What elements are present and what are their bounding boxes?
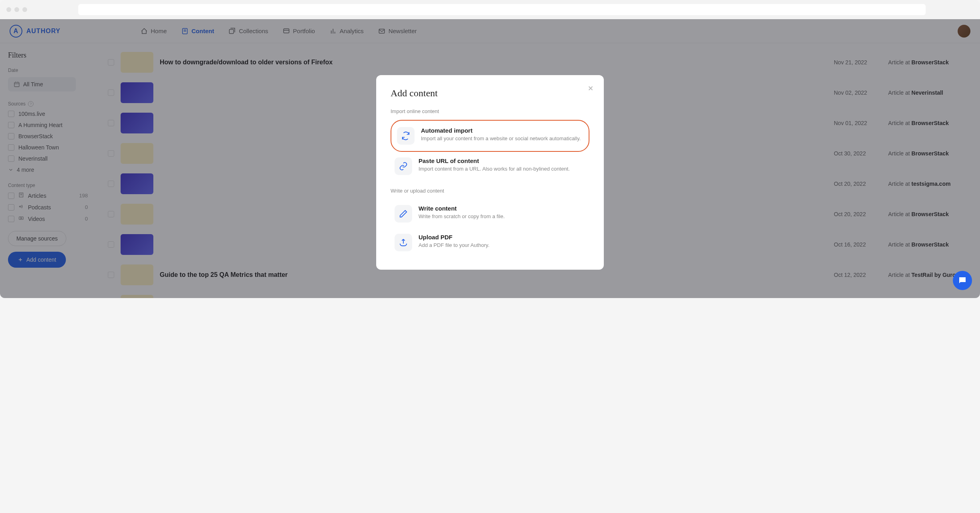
traffic-light-yellow[interactable] bbox=[14, 7, 19, 12]
traffic-light-green[interactable] bbox=[22, 7, 27, 12]
close-button[interactable] bbox=[587, 85, 594, 94]
option-automated-import[interactable]: Automated import Import all your content… bbox=[391, 120, 589, 152]
option-upload-pdf[interactable]: Upload PDF Add a PDF file to your Author… bbox=[391, 228, 589, 257]
opt-title: Paste URL of content bbox=[419, 157, 570, 164]
address-bar[interactable] bbox=[78, 4, 926, 15]
app-window: A AUTHORY Home Content Collections Portf… bbox=[0, 19, 980, 298]
link-icon bbox=[395, 157, 412, 175]
opt-title: Write content bbox=[419, 205, 505, 212]
help-button[interactable] bbox=[953, 271, 972, 290]
browser-chrome bbox=[0, 0, 980, 19]
modal-title: Add content bbox=[391, 88, 589, 99]
close-icon bbox=[587, 85, 594, 92]
opt-desc: Import content from a URL. Also works fo… bbox=[419, 166, 570, 172]
sync-icon bbox=[397, 127, 415, 145]
option-write-content[interactable]: Write content Write from scratch or copy… bbox=[391, 199, 589, 228]
opt-desc: Add a PDF file to your Authory. bbox=[419, 242, 490, 248]
chat-icon bbox=[958, 276, 967, 285]
pencil-icon bbox=[395, 205, 412, 223]
write-section-label: Write or upload content bbox=[391, 188, 589, 194]
add-content-modal: Add content Import online content Automa… bbox=[376, 75, 604, 270]
opt-desc: Import all your content from a website o… bbox=[421, 135, 581, 141]
opt-desc: Write from scratch or copy from a file. bbox=[419, 213, 505, 219]
import-section-label: Import online content bbox=[391, 108, 589, 114]
opt-title: Upload PDF bbox=[419, 234, 490, 241]
option-paste-url[interactable]: Paste URL of content Import content from… bbox=[391, 152, 589, 181]
traffic-light-red[interactable] bbox=[6, 7, 11, 12]
opt-title: Automated import bbox=[421, 127, 581, 134]
modal-overlay[interactable]: Add content Import online content Automa… bbox=[0, 19, 980, 298]
upload-icon bbox=[395, 234, 412, 251]
